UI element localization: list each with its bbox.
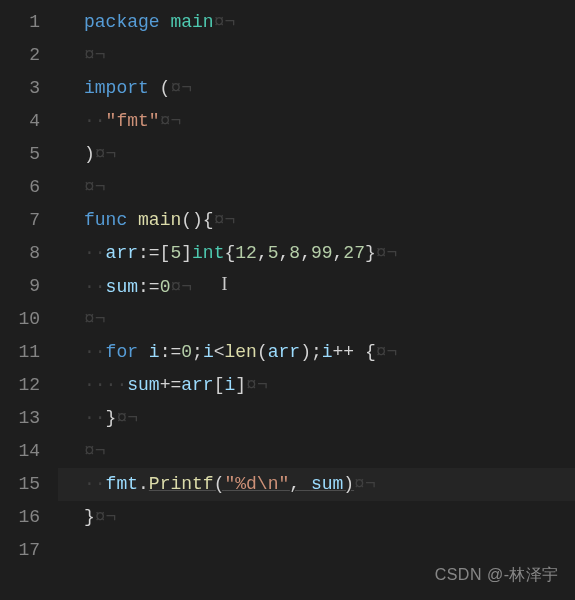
line-number: 10 [0,303,40,336]
line-number: 13 [0,402,40,435]
line-number: 8 [0,237,40,270]
line-number: 15 [0,468,40,501]
line-number: 12 [0,369,40,402]
code-line[interactable]: ····sum+=arr[i]¤¬ [84,369,575,402]
line-number: 14 [0,435,40,468]
code-line[interactable]: }¤¬ [84,501,575,534]
line-number: 1 [0,6,40,39]
line-number: 6 [0,171,40,204]
line-number: 16 [0,501,40,534]
code-line[interactable]: ¤¬ [84,171,575,204]
code-line[interactable]: ¤¬ [84,39,575,72]
line-number: 4 [0,105,40,138]
code-line[interactable]: package main¤¬ [84,6,575,39]
code-line[interactable]: ··for i:=0;i<len(arr);i++ {¤¬ [84,336,575,369]
watermark-text: CSDN @-林泽宇 [435,565,559,586]
line-number-gutter: 1 2 3 4 5 6 7 8 9 10 11 12 13 14 15 16 1… [0,0,58,600]
code-line[interactable]: ¤¬ [84,435,575,468]
line-number: 17 [0,534,40,567]
text-cursor-icon [224,270,225,292]
code-line[interactable]: func main(){¤¬ [84,204,575,237]
code-line[interactable]: ¤¬ [84,303,575,336]
line-number: 7 [0,204,40,237]
line-number: 2 [0,39,40,72]
code-line[interactable]: ··}¤¬ [84,402,575,435]
line-number: 5 [0,138,40,171]
code-line[interactable]: ··fmt.Printf("%d\n", sum)¤¬ [84,468,575,501]
code-line[interactable]: ··arr:=[5]int{12,5,8,99,27}¤¬ [84,237,575,270]
code-line[interactable]: )¤¬ [84,138,575,171]
line-number: 11 [0,336,40,369]
line-number: 3 [0,72,40,105]
code-line[interactable]: import (¤¬ [84,72,575,105]
code-line[interactable] [84,534,575,567]
code-area[interactable]: package main¤¬ ¤¬ import (¤¬ ··"fmt"¤¬ )… [58,0,575,600]
line-number: 9 [0,270,40,303]
code-editor[interactable]: 1 2 3 4 5 6 7 8 9 10 11 12 13 14 15 16 1… [0,0,575,600]
code-line[interactable]: ··"fmt"¤¬ [84,105,575,138]
code-line[interactable]: ··sum:=0¤¬ [84,270,575,303]
